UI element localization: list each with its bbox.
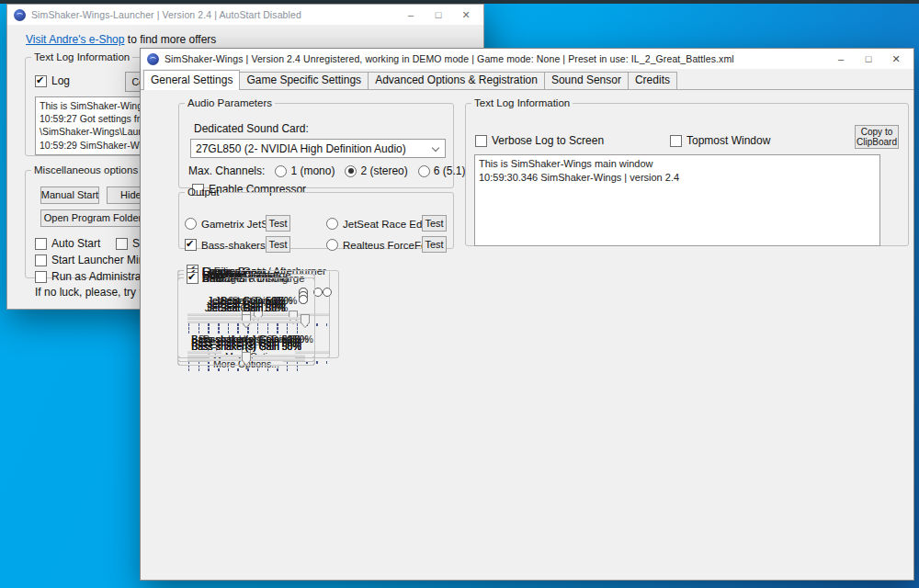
channels-2-stereo-radio-row[interactable]: 2 (stereo) [345,164,407,177]
channels-6-51-radio[interactable] [418,165,430,177]
jetseat-race-edition-radio[interactable] [326,218,338,230]
jetseat-gain-slider[interactable] [187,314,305,329]
channels-1-mono-radio[interactable] [275,165,287,177]
log-checkbox[interactable] [35,75,47,87]
launcher-window-title: SimShaker-Wings-Launcher | Version 2.4 |… [31,9,301,20]
maximize-button[interactable]: □ [425,9,452,21]
test-bass-shakers-button[interactable]: Test [266,236,290,253]
topmost-window-checkbox[interactable] [670,135,682,147]
slider-thumb[interactable] [242,352,251,366]
test-realteus-forcefeel-button[interactable]: Test [422,236,447,253]
close-button[interactable]: ✕ [452,9,480,21]
minimize-button[interactable]: – [827,53,855,65]
tab-general-settings[interactable]: General Settings [143,70,240,90]
main-copy-clipboard-button[interactable]: Copy to ClipBoard [855,125,899,149]
output-group: Output Gametrix JetSeat Test Bass-shaker… [178,187,454,249]
auto-start-row[interactable]: Auto Start [35,237,100,250]
auto-start-checkbox[interactable] [35,238,47,250]
test-gametrix-jetseat-button[interactable]: Test [266,215,290,232]
effect-title: Damage [202,273,242,284]
slider-ticks-icon [188,368,306,371]
gametrix-jetseat-radio[interactable] [185,218,197,230]
simshaker-app-icon [14,9,26,21]
topmost-window-row[interactable]: Topmost Window [670,134,770,147]
maximize-button[interactable]: □ [855,53,882,65]
realteus-forcefeel-row[interactable]: Realteus ForceFeel [326,239,435,251]
bass-shakers-checkbox[interactable] [185,239,197,251]
channels-2-stereo-radio[interactable] [345,165,357,177]
jetseat-gain-label: JetSeat Gain 100% [178,302,314,313]
run-admin-row[interactable]: Run as Administrator [35,270,153,283]
tab-sound-sensor[interactable]: Sound Sensor [544,72,629,89]
general-settings-panel: Audio Parameters Dedicated Sound Card: 2… [141,90,913,580]
tab-strip: General SettingsGame Specific SettingsAd… [141,69,913,90]
run-admin-checkbox[interactable] [35,271,47,283]
channels-6-51-radio-row[interactable]: 6 (5.1) [418,164,466,177]
minimize-button[interactable]: – [397,9,425,21]
start-launch-checkbox[interactable] [116,238,128,250]
realteus-forcefeel-radio[interactable] [326,239,338,251]
main-window-title: SimShaker-Wings | Version 2.4 Unregister… [165,53,734,64]
bass-shakers-row[interactable]: Bass-shakers [185,239,266,251]
simshaker-app-icon [147,53,159,65]
log-checkbox-row[interactable]: Log [35,74,70,87]
main-text-log-group: Text Log Information Verbose Log to Scre… [465,97,909,246]
desktop: { "window_controls": {"minimize": "–", "… [0,0,919,588]
verbose-log-row[interactable]: Verbose Log to Screen [475,134,604,147]
sound-card-label: Dedicated Sound Card: [194,122,309,135]
test-jetseat-race-button[interactable]: Test [422,215,447,232]
sound-card-dropdown[interactable]: 27GL850 (2- NVIDIA High Definition Audio… [190,139,446,158]
slider-ticks-icon [188,331,306,334]
effect-panel-damage: DamageJetSeat Gain 100%Bass-shaker(s) Ga… [177,272,315,366]
main-log-textarea[interactable]: This is SimShaker-Wings main window 10:5… [474,154,880,246]
start-minimized-checkbox[interactable] [35,254,47,266]
close-button[interactable]: ✕ [882,53,910,65]
tab-advanced-options-registration[interactable]: Advanced Options & Registration [368,72,545,89]
manual-start-button[interactable]: Manual Start [40,187,99,204]
effect-enable-checkbox[interactable] [187,272,199,284]
max-channels-row: Max. Channels: 1 (mono) 2 (stereo) 6 (5.… [188,164,465,177]
main-window: SimShaker-Wings | Version 2.4 Unregister… [140,48,914,581]
chevron-down-icon [432,144,439,152]
eshop-line: Visit Andre's e-Shop to find more offers [26,33,216,46]
main-titlebar[interactable]: SimShaker-Wings | Version 2.4 Unregister… [141,49,913,69]
bass-gain-label: Bass-shaker(s) Gain 50% [178,341,314,352]
channels-1-mono-radio-row[interactable]: 1 (mono) [275,164,335,177]
open-program-folder-button[interactable]: Open Program Folder [40,209,145,227]
tab-credits[interactable]: Credits [628,72,677,89]
eshop-suffix: to find more offers [124,33,216,46]
verbose-log-checkbox[interactable] [475,135,487,147]
launcher-titlebar[interactable]: SimShaker-Wings-Launcher | Version 2.4 |… [7,5,483,25]
slider-thumb[interactable] [301,314,310,328]
tab-game-specific-settings[interactable]: Game Specific Settings [239,72,369,89]
eshop-link[interactable]: Visit Andre's e-Shop [26,33,124,46]
bass-gain-slider[interactable] [187,352,305,367]
audio-parameters-group: Audio Parameters Dedicated Sound Card: 2… [178,97,454,188]
